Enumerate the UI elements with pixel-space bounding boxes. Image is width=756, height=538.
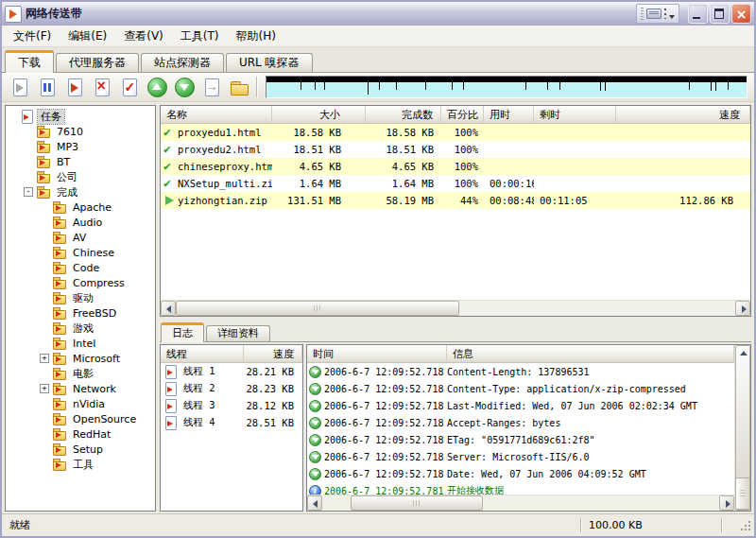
tree-item-label[interactable]: Apache: [70, 201, 114, 214]
tree-item-label[interactable]: AV: [70, 232, 89, 244]
log-row[interactable]: 2006-6-7 12:09:52.718 Content-Type: appl…: [307, 380, 734, 397]
tree-item-label[interactable]: RedHat: [70, 428, 113, 441]
tree-item-label[interactable]: 任务: [38, 110, 64, 124]
thread-row[interactable]: 线程 4 28.51 KB: [161, 414, 302, 431]
tree-item-label[interactable]: Compress: [70, 277, 128, 289]
tree-item[interactable]: Intel: [6, 336, 155, 351]
thread-row[interactable]: 线程 3 28.12 KB: [161, 397, 302, 414]
tree-expander[interactable]: +: [40, 384, 49, 393]
open-file-button[interactable]: [198, 75, 225, 100]
tree-item-label[interactable]: 公司: [54, 170, 80, 184]
language-bar-menu-arrow-icon[interactable]: [669, 15, 675, 19]
maximize-button[interactable]: [710, 4, 730, 24]
tree-item[interactable]: - 完成: [6, 184, 155, 200]
column-header-remaining[interactable]: 剩时: [534, 106, 616, 123]
tree-item[interactable]: AV: [6, 230, 155, 245]
tree-item[interactable]: + Network: [6, 381, 155, 396]
menu-item[interactable]: 帮助(H): [228, 26, 284, 47]
tree-expander[interactable]: -: [24, 187, 33, 197]
tree-item[interactable]: OpenSource: [6, 411, 155, 426]
thread-row[interactable]: 线程 1 28.21 KB: [161, 363, 302, 380]
task-row[interactable]: NXSetup_multi.zip 1.64 MB 1.64 MB 100% 0…: [161, 175, 750, 192]
tree-item-label[interactable]: OpenSource: [70, 413, 139, 425]
scroll-down-button[interactable]: [735, 511, 750, 512]
log-row[interactable]: 2006-6-7 12:09:52.718 Server: Microsoft-…: [307, 448, 734, 465]
tree-item[interactable]: BT: [6, 154, 155, 169]
tree-item-label[interactable]: MP3: [54, 141, 81, 153]
tree-item[interactable]: 电影: [6, 366, 155, 381]
scroll-left-button[interactable]: [307, 495, 322, 511]
task-row[interactable]: proxyedu2.html 18.51 KB 18.51 KB 100%: [161, 141, 750, 158]
tree-item-label[interactable]: Intel: [70, 338, 98, 350]
column-header-name[interactable]: 名称: [161, 106, 272, 123]
menu-item[interactable]: 工具(T): [172, 26, 228, 47]
tree-item[interactable]: MP3: [6, 139, 155, 154]
tree-item[interactable]: FreeBSD: [6, 305, 155, 321]
scroll-left-button[interactable]: [161, 301, 176, 316]
scroll-thumb[interactable]: [735, 477, 750, 510]
tab[interactable]: URL 嗅探器: [226, 53, 313, 72]
column-header-message[interactable]: 信息: [447, 345, 734, 362]
tree-item[interactable]: 游戏: [6, 321, 155, 336]
tree-item[interactable]: 公司: [6, 169, 155, 184]
tree-item[interactable]: Chinese: [6, 245, 155, 260]
tree-item[interactable]: Apache: [6, 200, 155, 215]
pause-button[interactable]: [33, 75, 60, 100]
thread-row[interactable]: 线程 2 28.23 KB: [161, 380, 302, 397]
tree-item[interactable]: RedHat: [6, 426, 155, 442]
column-header-time[interactable]: 时间: [307, 345, 447, 362]
tree-item-label[interactable]: 7610: [54, 126, 86, 138]
resize-grip[interactable]: [739, 519, 751, 531]
scroll-right-button[interactable]: [735, 301, 750, 316]
bottom-tab[interactable]: 日志: [161, 322, 204, 342]
column-header-thread-speed[interactable]: 速度: [244, 345, 302, 362]
tree-expander[interactable]: +: [40, 354, 49, 363]
open-folder-button[interactable]: [225, 75, 252, 100]
tree-item[interactable]: + Microsoft: [6, 351, 155, 366]
task-row[interactable]: yizhongtian.zip 131.51 MB 58.19 MB 44% 0…: [161, 192, 750, 209]
tree-item[interactable]: nVidia: [6, 396, 155, 411]
tree-item[interactable]: 任务: [6, 109, 155, 124]
log-row[interactable]: 2006-6-7 12:09:52.718 ETag: "0591771d689…: [307, 431, 734, 448]
column-header-completed[interactable]: 完成数: [366, 106, 441, 123]
tree-item[interactable]: 驱动: [6, 290, 155, 305]
tree-item[interactable]: Audio: [6, 215, 155, 230]
scroll-track[interactable]: [459, 301, 735, 316]
column-header-elapsed[interactable]: 用时: [484, 106, 534, 123]
tree-item-label[interactable]: 驱动: [70, 291, 96, 305]
new-task-button[interactable]: [6, 75, 33, 100]
log-row[interactable]: 2006-6-7 12:09:52.718 Date: Wed, 07 Jun …: [307, 465, 734, 482]
log-row[interactable]: 2006-6-7 12:09:52.781 开始接收数据: [307, 482, 734, 495]
tree-item[interactable]: Code: [6, 260, 155, 275]
close-button[interactable]: ×: [731, 4, 751, 24]
tree-item-label[interactable]: Network: [70, 383, 119, 395]
scroll-track[interactable]: [483, 495, 719, 511]
keyboard-icon[interactable]: [646, 9, 662, 19]
tree-item-label[interactable]: BT: [54, 156, 73, 168]
tree-item-label[interactable]: Code: [70, 262, 102, 274]
tab[interactable]: 下载: [5, 50, 54, 73]
tree-item-label[interactable]: 游戏: [70, 321, 96, 336]
bottom-tab[interactable]: 详细资料: [206, 325, 270, 341]
task-row[interactable]: proxyedu1.html 18.58 KB 18.58 KB 100%: [161, 124, 750, 141]
tree-item[interactable]: 7610: [6, 124, 155, 139]
tree-item-label[interactable]: nVidia: [70, 398, 108, 410]
tree-item-label[interactable]: Chinese: [70, 247, 117, 259]
log-row[interactable]: 2006-6-7 12:09:52.718 Last-Modified: Wed…: [307, 397, 734, 414]
column-header-thread[interactable]: 线程: [161, 345, 244, 362]
tree-item[interactable]: Setup: [6, 442, 155, 457]
log-row[interactable]: 2006-6-7 12:09:52.718 Content-Length: 13…: [307, 363, 734, 380]
column-header-percent[interactable]: 百分比: [441, 106, 484, 123]
commit-button[interactable]: [115, 75, 143, 100]
tree-item[interactable]: Compress: [6, 275, 155, 290]
tree-item-label[interactable]: Audio: [70, 217, 105, 229]
scroll-thumb[interactable]: [351, 495, 483, 511]
language-bar-grip[interactable]: [641, 8, 644, 20]
tab[interactable]: 站点探测器: [141, 53, 224, 72]
menu-item[interactable]: 文件(F): [5, 26, 60, 47]
tree-item[interactable]: 工具: [6, 457, 155, 472]
tree-item-label[interactable]: 电影: [70, 367, 96, 381]
minimize-button[interactable]: [688, 4, 708, 24]
menu-item[interactable]: 查看(V): [115, 26, 172, 47]
menu-item[interactable]: 编辑(E): [60, 26, 115, 47]
